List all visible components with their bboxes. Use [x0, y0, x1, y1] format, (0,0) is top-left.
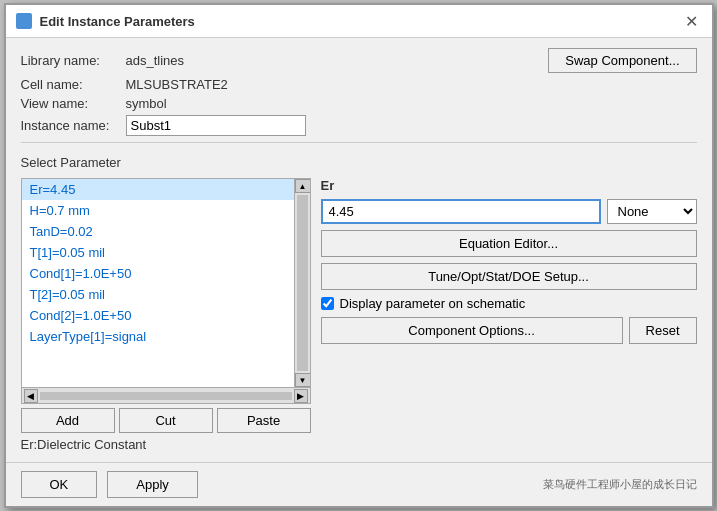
- list-item[interactable]: T[1]=0.05 mil: [22, 242, 294, 263]
- library-row: Library name: ads_tlines Swap Component.…: [21, 48, 697, 73]
- footer: OK Apply 菜鸟硬件工程师小屋的成长日记: [6, 462, 712, 506]
- component-options-button[interactable]: Component Options...: [321, 317, 623, 344]
- instance-row: Instance name:: [21, 115, 697, 136]
- left-panel: Er=4.45H=0.7 mmTanD=0.02T[1]=0.05 milCon…: [21, 178, 311, 452]
- list-item[interactable]: Cond[1]=1.0E+50: [22, 263, 294, 284]
- param-list-wrapper: Er=4.45H=0.7 mmTanD=0.02T[1]=0.05 milCon…: [22, 179, 310, 387]
- instance-name-input[interactable]: [126, 115, 306, 136]
- value-row: None: [321, 199, 697, 224]
- dialog-icon: [16, 13, 32, 29]
- add-button[interactable]: Add: [21, 408, 115, 433]
- scroll-down-arrow[interactable]: ▼: [295, 373, 310, 387]
- display-checkbox-label: Display parameter on schematic: [340, 296, 526, 311]
- view-row: View name: symbol: [21, 96, 697, 111]
- scroll-thumb-h[interactable]: [40, 392, 292, 400]
- title-bar: Edit Instance Parameters ✕: [6, 5, 712, 38]
- library-label: Library name:: [21, 53, 121, 68]
- close-button[interactable]: ✕: [682, 11, 702, 31]
- watermark-text: 菜鸟硬件工程师小屋的成长日记: [543, 477, 697, 492]
- scroll-right-arrow[interactable]: ▶: [294, 389, 308, 403]
- ok-button[interactable]: OK: [21, 471, 98, 498]
- view-value: symbol: [126, 96, 167, 111]
- paste-button[interactable]: Paste: [217, 408, 311, 433]
- cell-label: Cell name:: [21, 77, 121, 92]
- list-item[interactable]: LayerType[1]=signal: [22, 326, 294, 347]
- list-item[interactable]: Er=4.45: [22, 179, 294, 200]
- list-item[interactable]: TanD=0.02: [22, 221, 294, 242]
- horizontal-scrollbar[interactable]: ◀ ▶: [22, 387, 310, 403]
- param-list-container: Er=4.45H=0.7 mmTanD=0.02T[1]=0.05 milCon…: [21, 178, 311, 404]
- instance-label: Instance name:: [21, 118, 121, 133]
- list-item[interactable]: T[2]=0.05 mil: [22, 284, 294, 305]
- param-list: Er=4.45H=0.7 mmTanD=0.02T[1]=0.05 milCon…: [22, 179, 294, 387]
- display-checkbox[interactable]: [321, 297, 334, 310]
- list-item[interactable]: Cond[2]=1.0E+50: [22, 305, 294, 326]
- edit-instance-dialog: Edit Instance Parameters ✕ Library name:…: [4, 3, 714, 508]
- status-text: Er:Dielectric Constant: [21, 437, 311, 452]
- divider-1: [21, 142, 697, 143]
- equation-editor-button[interactable]: Equation Editor...: [321, 230, 697, 257]
- select-parameter-label: Select Parameter: [21, 155, 697, 170]
- vertical-scrollbar[interactable]: ▲ ▼: [294, 179, 310, 387]
- bottom-btn-row: Component Options... Reset: [321, 317, 697, 344]
- display-checkbox-row: Display parameter on schematic: [321, 296, 697, 311]
- library-value: ads_tlines: [126, 53, 185, 68]
- cut-button[interactable]: Cut: [119, 408, 213, 433]
- scroll-up-arrow[interactable]: ▲: [295, 179, 310, 193]
- param-name-label: Er: [321, 178, 697, 193]
- cell-row: Cell name: MLSUBSTRATE2: [21, 77, 697, 92]
- main-area: Er=4.45H=0.7 mmTanD=0.02T[1]=0.05 milCon…: [21, 178, 697, 452]
- reset-button[interactable]: Reset: [629, 317, 697, 344]
- scroll-left-arrow[interactable]: ◀: [24, 389, 38, 403]
- view-label: View name:: [21, 96, 121, 111]
- right-panel: Er None Equation Editor... Tune/Opt/Stat…: [321, 178, 697, 452]
- swap-component-button[interactable]: Swap Component...: [548, 48, 696, 73]
- title-bar-left: Edit Instance Parameters: [16, 13, 195, 29]
- dialog-title: Edit Instance Parameters: [40, 14, 195, 29]
- apply-button[interactable]: Apply: [107, 471, 198, 498]
- list-buttons: Add Cut Paste: [21, 408, 311, 433]
- scroll-thumb-v[interactable]: [297, 195, 308, 371]
- dialog-content: Library name: ads_tlines Swap Component.…: [6, 38, 712, 462]
- cell-value: MLSUBSTRATE2: [126, 77, 228, 92]
- tune-setup-button[interactable]: Tune/Opt/Stat/DOE Setup...: [321, 263, 697, 290]
- param-value-input[interactable]: [321, 199, 601, 224]
- list-item[interactable]: H=0.7 mm: [22, 200, 294, 221]
- none-select[interactable]: None: [607, 199, 697, 224]
